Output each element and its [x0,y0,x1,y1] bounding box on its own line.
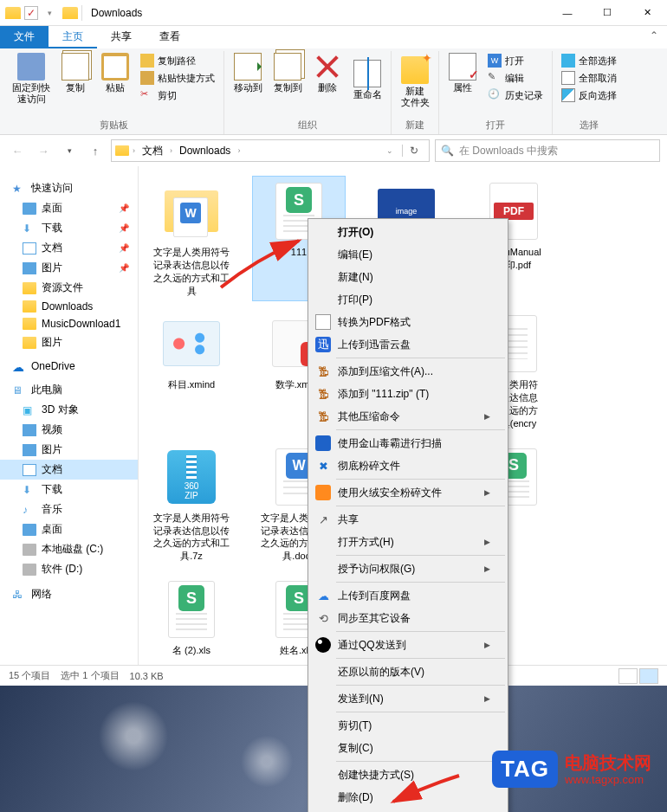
sidebar-music2[interactable]: ♪音乐 [0,499,138,519]
ctx-addzip[interactable]: 🗜添加到 "111.zip" (T) [310,383,506,405]
sidebar-3dobj[interactable]: ▣3D 对象 [0,400,138,420]
file-item[interactable]: 360ZIP文字是人类用符号记录表达信息以传之久远的方式和工具.7z [146,442,237,566]
maximize-button[interactable]: ☐ [587,0,627,26]
breadcrumb-docs[interactable]: 文档 [139,144,166,158]
copyto-button[interactable]: 复制到 [269,51,306,95]
tab-file[interactable]: 文件 [0,26,49,48]
selectall-button[interactable]: 全部选择 [558,53,620,68]
sidebar-downloads[interactable]: ⬇下载📌 [0,218,138,238]
sidebar-pics2[interactable]: 图片 [0,332,138,352]
ctx-sync[interactable]: ⟲同步至其它设备 [310,607,506,629]
ctx-baidu[interactable]: ☁上传到百度网盘 [310,584,506,607]
ctx-share[interactable]: ↗共享 [310,508,506,531]
paste-button[interactable]: 粘贴 [97,51,133,95]
refresh-button[interactable]: ↻ [402,145,425,157]
sidebar-docs2[interactable]: 文档 [0,460,138,480]
nav-back-button[interactable]: ← [7,140,28,161]
group-open: 打开 [444,116,547,134]
nav-recent-button[interactable]: ▾ [59,140,80,161]
ctx-otherzip[interactable]: 🗜其他压缩命令▶ [310,405,506,428]
sidebar-diskc[interactable]: 本地磁盘 (C:) [0,539,138,559]
sidebar-thispc[interactable]: 🖥此电脑 [0,380,138,400]
sidebar-quickaccess[interactable]: ★快速访问 [0,178,138,198]
window-title: Downloads [91,7,142,19]
ctx-grant[interactable]: 授予访问权限(G)▶ [310,557,506,580]
nav-forward-button[interactable]: → [33,140,54,161]
sidebar-resources[interactable]: 资源文件 [0,278,138,298]
pasteshortcut-button[interactable]: 粘贴快捷方式 [137,70,218,86]
rename-button[interactable]: 重命名 [349,51,385,102]
newfolder-button[interactable]: 新建 文件夹 [397,51,433,110]
sidebar-network[interactable]: 🖧网络 [0,584,138,604]
address-bar: ← → ▾ ↑ › 文档 › Downloads › ⌄ ↻ 🔍 在 Downl… [0,135,667,166]
qat-dropdown[interactable]: ▾ [40,3,59,23]
ctx-cut[interactable]: 剪切(T) [310,714,506,737]
archive-icon: 🗜 [315,409,331,424]
sidebar-pics3[interactable]: 图片 [0,440,138,460]
ctx-new[interactable]: 新建(N) [310,266,506,288]
search-box[interactable]: 🔍 在 Downloads 中搜索 [435,139,660,162]
ctx-prev[interactable]: 还原以前的版本(V) [310,661,506,683]
edit-button[interactable]: ✎编辑 [484,70,547,86]
context-menu: 打开(O) 编辑(E) 新建(N) 打印(P) 转换为PDF格式 迅上传到迅雷云… [308,218,508,812]
moveto-button[interactable]: 移动到 [230,51,266,95]
sidebar-onedrive[interactable]: ☁OneDrive [0,358,138,375]
tab-view[interactable]: 查看 [146,26,194,48]
sidebar-videos[interactable]: 视频 [0,420,138,440]
address-box[interactable]: › 文档 › Downloads › ⌄ ↻ [111,139,430,162]
copy-button[interactable]: 复制 [57,51,94,95]
ctx-addarchive[interactable]: 🗜添加到压缩文件(A)... [310,360,506,383]
selectnone-button[interactable]: 全部取消 [558,70,620,86]
qat-checkbox[interactable]: ✓ [24,6,38,20]
close-button[interactable]: ✕ [627,0,667,26]
ctx-edit[interactable]: 编辑(E) [310,243,506,266]
status-selected: 选中 1 个项目 [61,669,119,682]
sidebar: ★快速访问 桌面📌 ⬇下载📌 文档📌 图片📌 资源文件 Downloads Mu… [0,166,139,665]
antivirus-icon [315,435,331,451]
ribbon-collapse-button[interactable]: ⌃ [641,26,667,48]
sidebar-pictures[interactable]: 图片📌 [0,258,138,278]
copypath-button[interactable]: 复制路径 [137,53,218,68]
view-icons-button[interactable] [639,668,658,684]
sidebar-dl2[interactable]: ⬇下载 [0,480,138,499]
tab-home[interactable]: 主页 [49,26,97,48]
ctx-openwith[interactable]: 打开方式(H)▶ [310,531,506,553]
ctx-xunlei[interactable]: 迅上传到迅雷云盘 [310,333,506,356]
breadcrumb-downloads[interactable]: Downloads [176,145,234,157]
ctx-topdf[interactable]: 转换为PDF格式 [310,311,506,333]
ctx-shortcut[interactable]: 创建快捷方式(S) [310,764,506,786]
history-button[interactable]: 🕘历史记录 [484,87,547,103]
ctx-qq[interactable]: 通过QQ发送到▶ [310,634,506,656]
nav-up-button[interactable]: ↑ [85,140,106,161]
selectinvert-button[interactable]: 反向选择 [558,87,620,103]
ctx-copy[interactable]: 复制(C) [310,737,506,759]
sidebar-desktop[interactable]: 桌面📌 [0,198,138,218]
sidebar-desk2[interactable]: 桌面 [0,519,138,539]
ctx-print[interactable]: 打印(P) [310,288,506,311]
file-item[interactable]: 名 (2).xls [146,575,237,661]
sidebar-documents[interactable]: 文档📌 [0,238,138,258]
address-dropdown[interactable]: ⌄ [381,146,398,155]
open-button[interactable]: W打开 [484,53,547,68]
ctx-open[interactable]: 打开(O) [310,221,506,243]
cut-button[interactable]: ✂剪切 [137,87,218,103]
xunlei-icon: 迅 [315,337,331,352]
sidebar-musicdl[interactable]: MusicDownload1 [0,315,138,332]
ctx-shred[interactable]: ✖彻底粉碎文件 [310,454,506,477]
ctx-huorong[interactable]: 使用火绒安全粉碎文件▶ [310,481,506,504]
ctx-rename[interactable]: 重命名(M) [310,809,506,812]
sidebar-dlfolder[interactable]: Downloads [0,298,138,315]
file-item[interactable]: W文字是人类用符号记录表达信息以传之久远的方式和工具 [146,177,237,300]
ctx-jinshan[interactable]: 使用金山毒霸进行扫描 [310,432,506,454]
view-details-button[interactable] [618,668,638,684]
search-placeholder: 在 Downloads 中搜索 [459,144,558,158]
minimize-button[interactable]: ― [547,0,587,26]
ctx-sendto[interactable]: 发送到(N)▶ [310,687,506,710]
delete-button[interactable]: 删除 [309,51,346,95]
pin-button[interactable]: 固定到快 速访问 [9,51,54,106]
properties-button[interactable]: 属性 [444,51,481,95]
sidebar-diskd[interactable]: 软件 (D:) [0,559,138,579]
file-item[interactable]: 科目.xmind [146,309,237,433]
ctx-delete[interactable]: 删除(D) [310,786,506,809]
tab-share[interactable]: 共享 [97,26,146,48]
